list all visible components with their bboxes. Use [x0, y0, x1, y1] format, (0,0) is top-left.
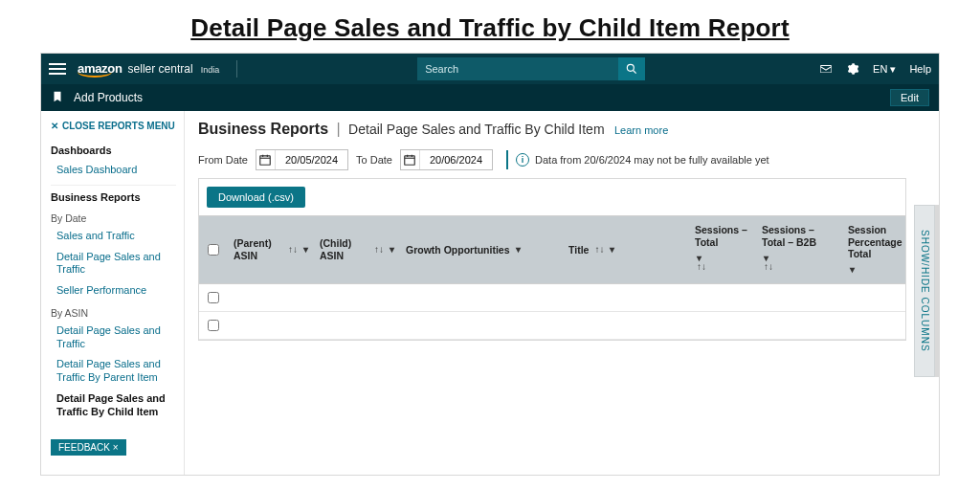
- cell-growth: [400, 318, 563, 333]
- main-content: Business Reports | Detail Page Sales and…: [185, 111, 939, 475]
- date-filters: From Date 20/05/2024 To Date 20/06/2024: [198, 145, 939, 178]
- row-checkbox[interactable]: [208, 292, 219, 303]
- show-hide-columns-toggle[interactable]: SHOW/HIDE COLUMNS: [914, 205, 935, 377]
- to-date-value: 20/06/2024: [420, 151, 492, 168]
- download-csv-button[interactable]: Download (.csv): [207, 187, 305, 208]
- from-date-value: 20/05/2024: [276, 151, 347, 168]
- sidebar-item-detail-sales-traffic-date[interactable]: Detail Page Sales and Traffic: [51, 247, 176, 281]
- from-date-label: From Date: [198, 154, 248, 166]
- search-input[interactable]: [417, 57, 618, 80]
- bookmark-icon[interactable]: [51, 90, 64, 106]
- menu-icon[interactable]: [49, 63, 66, 75]
- cell-session-pct: [842, 318, 905, 333]
- to-date-label: To Date: [356, 154, 392, 166]
- calendar-icon: [401, 150, 420, 169]
- svg-rect-6: [405, 156, 415, 165]
- language-switch[interactable]: EN▾: [873, 63, 896, 76]
- sidebar: ✕ CLOSE REPORTS MENU Dashboards Sales Da…: [41, 111, 185, 475]
- table-header: (Parent) ASIN↑↓▾ (Child) ASIN↑↓▾ Growth …: [199, 215, 905, 284]
- chevron-down-icon: ▾: [610, 244, 614, 256]
- col-growth-opportunities[interactable]: Growth Opportunities▾: [400, 216, 563, 283]
- subbar-add-products[interactable]: Add Products: [74, 91, 143, 104]
- col-sessions-total-b2b[interactable]: Sessions – Total – B2B▾↑↓: [756, 216, 842, 283]
- info-icon: i: [516, 153, 529, 167]
- col-session-percentage[interactable]: Session Percentage Total▾: [842, 216, 905, 283]
- svg-point-0: [627, 64, 634, 71]
- sort-icon: ↑↓: [764, 264, 773, 270]
- cell-parent-asin: [228, 290, 314, 305]
- col-child-asin[interactable]: (Child) ASIN↑↓▾: [314, 216, 400, 283]
- divider: [236, 60, 237, 78]
- cell-child-asin: [314, 290, 400, 305]
- cell-child-asin: [314, 318, 400, 333]
- sidebar-item-by-child-item[interactable]: Detail Page Sales and Traffic By Child I…: [51, 389, 176, 423]
- sidebar-item-sales-and-traffic[interactable]: Sales and Traffic: [51, 226, 176, 247]
- sidebar-item-seller-performance[interactable]: Seller Performance: [51, 280, 176, 301]
- search: [417, 57, 645, 80]
- search-button[interactable]: [618, 57, 645, 80]
- heading-section: Business Reports: [198, 121, 328, 137]
- sidebar-item-sales-dashboard[interactable]: Sales Dashboard: [51, 160, 176, 181]
- close-icon: ✕: [51, 121, 58, 131]
- brand-seller-central: seller central: [128, 62, 193, 76]
- info-text: Data from 20/6/2024 may not be fully ava…: [535, 154, 769, 166]
- subbar: Add Products Edit: [41, 84, 939, 111]
- cell-sessions-total-b2b: [756, 290, 842, 305]
- settings-icon[interactable]: [846, 62, 859, 76]
- learn-more-link[interactable]: Learn more: [614, 124, 668, 136]
- sidebar-item-detail-sales-traffic-asin[interactable]: Detail Page Sales and Traffic: [51, 321, 176, 355]
- cell-session-pct: [842, 290, 905, 305]
- feedback-button[interactable]: FEEDBACK ×: [51, 439, 126, 456]
- app-window: amazon seller central India EN▾ Help: [40, 53, 940, 476]
- chevron-down-icon: ▾: [850, 264, 855, 276]
- chevron-down-icon: ▾: [303, 244, 308, 256]
- topbar-actions: EN▾ Help: [819, 62, 931, 76]
- to-date-input[interactable]: 20/06/2024: [400, 149, 493, 170]
- search-icon: [625, 62, 638, 76]
- report-card: Download (.csv) (Parent) ASIN↑↓▾ (Child)…: [198, 178, 906, 341]
- chevron-down-icon: ▾: [516, 244, 521, 256]
- help-link[interactable]: Help: [909, 63, 931, 75]
- sort-icon: ↑↓: [374, 247, 384, 253]
- brand: amazon seller central India: [78, 61, 219, 78]
- col-parent-asin[interactable]: (Parent) ASIN↑↓▾: [228, 216, 314, 283]
- sidebar-head-dashboards: Dashboards: [51, 139, 176, 160]
- select-all-checkbox[interactable]: [208, 244, 219, 256]
- topbar: amazon seller central India EN▾ Help: [41, 54, 939, 84]
- cell-sessions-total: [689, 318, 756, 333]
- close-reports-menu[interactable]: ✕ CLOSE REPORTS MENU: [51, 119, 176, 137]
- page-heading: Business Reports | Detail Page Sales and…: [198, 121, 939, 145]
- data-freshness-info: i Data from 20/6/2024 may not be fully a…: [516, 153, 769, 167]
- sidebar-head-business-reports: Business Reports: [51, 185, 176, 207]
- table-row: [199, 284, 905, 312]
- cell-sessions-total-b2b: [756, 318, 842, 333]
- chevron-down-icon: ▾: [390, 244, 394, 256]
- cell-title: [563, 290, 689, 305]
- sidebar-label-by-date: By Date: [51, 207, 176, 226]
- messages-icon[interactable]: [819, 62, 833, 76]
- cell-sessions-total: [689, 290, 756, 305]
- slide-title: Detail Page Sales and Traffic by Child I…: [0, 0, 980, 53]
- brand-amazon: amazon: [78, 61, 122, 76]
- svg-line-1: [634, 71, 636, 74]
- col-title[interactable]: Title↑↓▾: [563, 216, 689, 283]
- calendar-icon: [256, 150, 276, 169]
- sort-icon: ↑↓: [594, 247, 604, 253]
- cell-parent-asin: [228, 318, 314, 333]
- brand-region: India: [201, 65, 220, 75]
- table-row: [199, 312, 905, 340]
- sort-icon: ↑↓: [697, 264, 706, 270]
- edit-button[interactable]: Edit: [890, 89, 929, 106]
- sidebar-label-by-asin: By ASIN: [51, 301, 176, 321]
- svg-rect-2: [260, 156, 271, 165]
- row-checkbox[interactable]: [208, 320, 219, 331]
- heading-page: Detail Page Sales and Traffic By Child I…: [348, 122, 604, 137]
- cell-title: [563, 318, 689, 333]
- vertical-scrollbar[interactable]: [935, 205, 939, 377]
- from-date-input[interactable]: 20/05/2024: [256, 149, 348, 170]
- sidebar-item-by-parent-item[interactable]: Detail Page Sales and Traffic By Parent …: [51, 354, 176, 389]
- col-sessions-total[interactable]: Sessions – Total▾↑↓: [689, 216, 756, 283]
- cell-growth: [400, 290, 563, 305]
- chevron-down-icon: ▾: [890, 63, 896, 76]
- divider: [506, 150, 508, 169]
